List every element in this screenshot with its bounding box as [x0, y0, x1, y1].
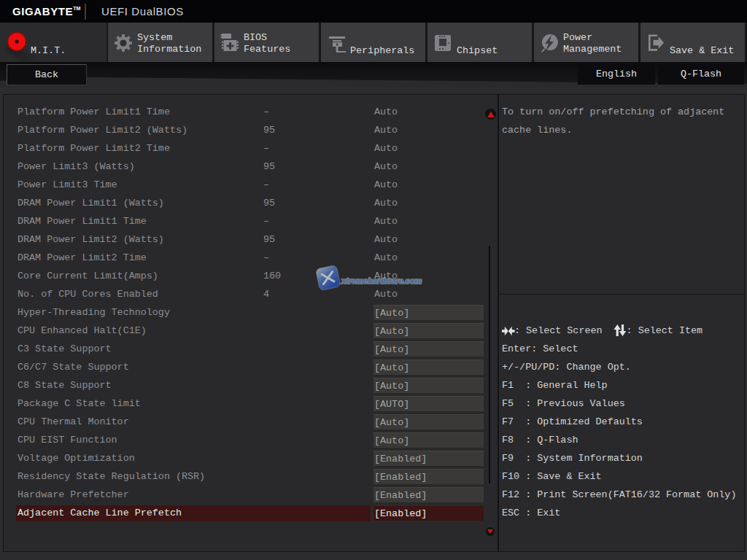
- svg-text:xtremehardware.com: xtremehardware.com: [341, 276, 422, 285]
